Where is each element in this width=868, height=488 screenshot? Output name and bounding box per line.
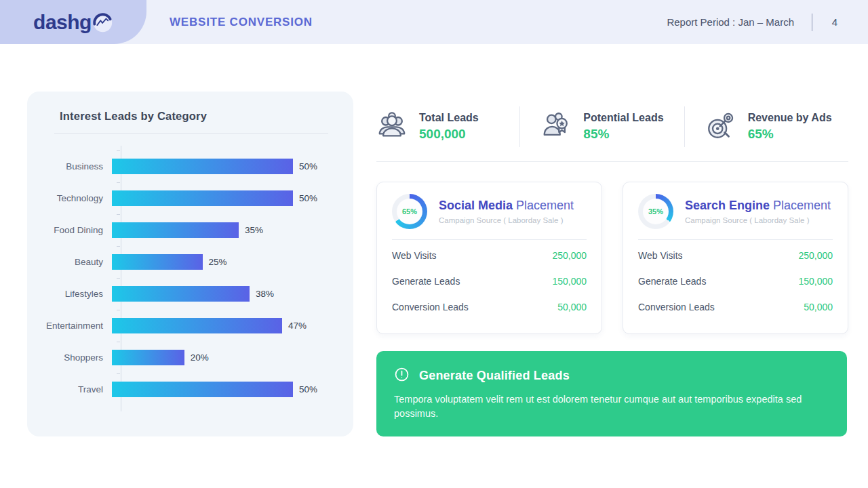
- card-title-strong: Search Engine: [685, 199, 770, 212]
- banner-body: Tempora voluptatem velit rem ut est dolo…: [394, 392, 829, 421]
- bar: [112, 254, 203, 270]
- bar-value-label: 47%: [288, 321, 307, 331]
- bar-value-label: 38%: [256, 289, 274, 299]
- stat-label: Total Leads: [419, 112, 479, 124]
- target-user-icon: [705, 110, 736, 144]
- kpi-stats-row: Total Leads500,000Potential Leads85%Reve…: [376, 106, 848, 147]
- metric-value: 150,000: [552, 276, 587, 287]
- bar-row: Business50%: [27, 150, 353, 182]
- card-metric-row: Generate Leads150,000: [638, 268, 833, 294]
- banner-title: Generate Qualified Leads: [419, 369, 570, 383]
- bar-value-label: 50%: [299, 193, 317, 203]
- logo-gauge-icon: [92, 12, 113, 36]
- bar-row: Entertainment47%: [27, 310, 353, 342]
- bar: [112, 159, 293, 174]
- bar-row: Technology50%: [27, 182, 353, 214]
- info-circle-icon: [394, 367, 410, 385]
- header-divider: [812, 14, 812, 31]
- bar: [112, 190, 293, 206]
- kpi-stat: Total Leads500,000: [376, 106, 519, 147]
- donut-percent-label: 35%: [643, 199, 669, 224]
- card-metric-row: Web Visits250,000: [638, 243, 833, 268]
- bar: [112, 350, 184, 365]
- bar-category-label: Business: [27, 161, 112, 171]
- card-metric-row: Conversion Leads50,000: [392, 294, 587, 320]
- card-subtitle: Campaign Source ( Laborday Sale ): [685, 216, 831, 224]
- metric-label: Web Visits: [638, 250, 683, 261]
- header-meta: Report Period : Jan – March 4: [667, 0, 840, 44]
- app-header: dashg WEBSITE CONVERSION Report Period :…: [0, 0, 868, 44]
- chart-title: Interest Leads by Category: [27, 92, 353, 123]
- bar-category-label: Technology: [27, 193, 112, 203]
- bar-category-label: Travel: [27, 384, 112, 394]
- placement-card: 35%Search Engine PlacementCampaign Sourc…: [623, 182, 848, 334]
- metric-value: 250,000: [798, 250, 833, 261]
- users-award-icon: [540, 110, 572, 144]
- donut-chart: 35%: [638, 194, 673, 229]
- bar-value-label: 20%: [191, 352, 209, 363]
- placement-cards: 65%Social Media PlacementCampaign Source…: [376, 182, 848, 334]
- card-divider: [638, 239, 833, 240]
- bar-value-label: 50%: [299, 161, 317, 171]
- logo[interactable]: dashg: [0, 0, 146, 44]
- users-group-icon: [376, 110, 408, 144]
- metric-value: 50,000: [804, 302, 833, 312]
- banner-header: Generate Qualified Leads: [394, 367, 829, 385]
- bar-category-label: Lifestyles: [27, 289, 112, 299]
- bar-row: Food Dining35%: [27, 214, 353, 246]
- metric-label: Generate Leads: [638, 276, 706, 287]
- card-title-light: Placement: [770, 199, 831, 212]
- card-title: Search Engine Placement: [685, 199, 831, 214]
- page-title: WEBSITE CONVERSION: [170, 0, 313, 44]
- donut-chart: 65%: [392, 194, 427, 229]
- qualified-leads-banner: Generate Qualified Leads Tempora volupta…: [376, 351, 847, 436]
- card-title: Social Media Placement: [439, 199, 574, 214]
- bar-row: Shoppers20%: [27, 342, 353, 373]
- bar-row: Lifestyles38%: [27, 278, 353, 310]
- bar-value-label: 25%: [209, 257, 227, 267]
- bar-category-label: Entertainment: [27, 321, 112, 331]
- bar: [112, 222, 239, 238]
- kpi-stat: Revenue by Ads65%: [684, 106, 848, 147]
- metric-value: 150,000: [798, 276, 833, 287]
- bar-category-label: Shoppers: [27, 352, 112, 363]
- bar: [112, 286, 250, 302]
- stats-divider: [376, 161, 848, 162]
- panel-divider: [54, 133, 328, 134]
- stat-label: Potential Leads: [583, 112, 663, 124]
- bar-category-label: Food Dining: [27, 225, 112, 235]
- metric-label: Conversion Leads: [638, 302, 715, 312]
- metric-label: Web Visits: [392, 250, 437, 261]
- stat-value: 500,000: [419, 127, 479, 142]
- kpi-stat: Potential Leads85%: [519, 106, 684, 147]
- donut-percent-label: 65%: [397, 199, 422, 224]
- page: dashg WEBSITE CONVERSION Report Period :…: [0, 0, 868, 488]
- bar-row: Beauty25%: [27, 246, 353, 278]
- card-subtitle: Campaign Source ( Laborday Sale ): [439, 216, 574, 224]
- stat-value: 85%: [583, 127, 663, 142]
- interest-leads-panel: Interest Leads by Category Business50%Te…: [27, 92, 353, 436]
- metric-value: 50,000: [557, 302, 587, 312]
- bar-value-label: 35%: [245, 225, 263, 235]
- bar: [112, 318, 282, 333]
- card-divider: [392, 239, 587, 240]
- metric-label: Generate Leads: [392, 276, 460, 287]
- logo-text: dashg: [33, 11, 92, 34]
- bar-value-label: 50%: [299, 384, 317, 394]
- page-number: 4: [830, 16, 840, 28]
- stat-label: Revenue by Ads: [748, 112, 832, 124]
- stat-value: 65%: [748, 127, 832, 142]
- card-title-light: Placement: [513, 199, 574, 212]
- bar-row: Travel50%: [27, 373, 353, 405]
- card-metric-row: Generate Leads150,000: [392, 268, 587, 294]
- interest-leads-bar-chart: Business50%Technology50%Food Dining35%Be…: [27, 150, 353, 405]
- metric-label: Conversion Leads: [392, 302, 469, 312]
- report-period: Report Period : Jan – March: [667, 16, 794, 28]
- bar: [112, 382, 293, 397]
- card-title-strong: Social Media: [439, 199, 513, 212]
- placement-card: 65%Social Media PlacementCampaign Source…: [376, 182, 602, 334]
- card-metric-row: Conversion Leads50,000: [638, 294, 833, 320]
- bar-category-label: Beauty: [27, 257, 112, 267]
- metric-value: 250,000: [552, 250, 587, 261]
- card-metric-row: Web Visits250,000: [392, 243, 587, 268]
